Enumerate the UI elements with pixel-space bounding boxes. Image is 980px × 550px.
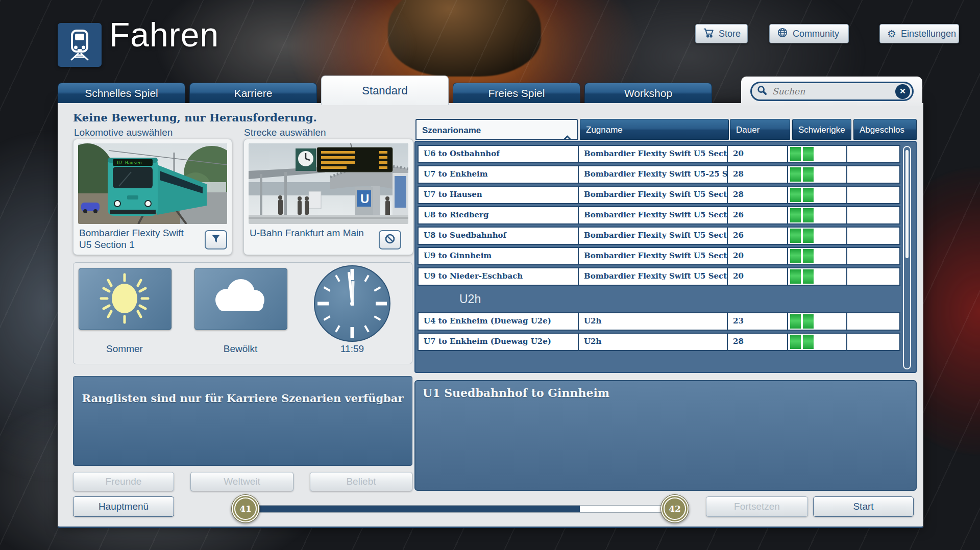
difficulty-segment [790, 229, 801, 243]
difficulty-cell [788, 146, 847, 162]
settings-button[interactable]: ⚙ Einstellungen [879, 24, 959, 43]
column-header-dauer[interactable]: Dauer [730, 119, 790, 140]
time-of-day-clock[interactable] [313, 265, 391, 342]
scenario-row-u9-to-nieder-eschbach[interactable]: U9 to Nieder-EschbachBombardier Flexity … [418, 267, 900, 286]
completed-cell [847, 166, 899, 183]
difficulty-cell [788, 248, 847, 264]
train-name-cell: Bombardier Flexity Swift U5 Section 1 [579, 248, 728, 264]
resume-button[interactable]: Fortsetzen [706, 496, 808, 517]
train-name-cell: Bombardier Flexity Swift U5 Section 1 [579, 187, 728, 203]
train-name-cell: U2h [579, 313, 728, 330]
scenario-name-cell: U7 to Enkheim [419, 166, 579, 183]
scenario-name-cell: U9 to Nieder-Eschbach [419, 268, 579, 285]
store-button[interactable]: Store [695, 24, 748, 43]
difficulty-segment [803, 208, 814, 222]
slider-end-badge: 42 [660, 494, 689, 523]
season-tile[interactable] [79, 268, 172, 330]
completed-cell [847, 268, 899, 285]
locomotive-filter-button[interactable] [205, 230, 227, 249]
column-header-szenarioname[interactable]: Szenarioname [415, 119, 578, 140]
route-clear-button[interactable] [379, 230, 401, 249]
difficulty-segment [803, 229, 814, 243]
store-button-label: Store [719, 29, 741, 39]
difficulty-cell [788, 334, 847, 350]
table-scrollbar-track[interactable] [903, 146, 911, 369]
scenario-name-cell: U8 to Riedberg [419, 207, 579, 223]
locomotive-preview-image: U7 Hausen [78, 143, 227, 224]
leaderboard-button-freunde[interactable]: Freunde [73, 472, 174, 491]
column-header-schwierigke[interactable]: Schwierigke [792, 119, 851, 140]
completed-cell [847, 334, 899, 350]
difficulty-cell [788, 166, 847, 183]
difficulty-segment [803, 335, 814, 349]
duration-cell: 28 [728, 334, 788, 350]
sun-icon [79, 268, 170, 329]
scenario-row-u9-to-ginnheim[interactable]: U9 to GinnheimBombardier Flexity Swift U… [418, 247, 900, 265]
tab-workshop[interactable]: Workshop [584, 83, 712, 103]
leaderboard-panel: Ranglisten sind nur für Karriere Szenari… [73, 376, 412, 466]
table-scrollbar-thumb[interactable] [905, 150, 909, 258]
slider-start-badge: 41 [231, 494, 260, 523]
tab-standard[interactable]: Standard [321, 76, 449, 105]
difficulty-segment [803, 188, 814, 202]
conditions-panel: Sommer Bewölkt 11:59 [73, 262, 412, 364]
scenario-name-cell: U7 to Hausen [419, 187, 579, 203]
scenario-row-u7-to-hausen[interactable]: U7 to HausenBombardier Flexity Swift U5 … [418, 186, 900, 204]
scenario-row-u6-to-ostbahnhof[interactable]: U6 to OstbahnhofBombardier Flexity Swift… [418, 145, 900, 163]
leaderboard-button-beliebt[interactable]: Beliebt [310, 472, 412, 491]
difficulty-cell [788, 313, 847, 330]
slider-start-value: 41 [234, 497, 257, 520]
weather-tile[interactable] [194, 268, 287, 330]
scenario-name-cell: U9 to Ginnheim [419, 248, 579, 264]
community-button-label: Community [793, 29, 839, 39]
column-header-zugname[interactable]: Zugname [580, 119, 729, 140]
main-menu-button[interactable]: Hauptmenü [73, 496, 174, 517]
group-header-u2h[interactable]: U2h [418, 288, 900, 310]
list-scroll-slider[interactable] [246, 505, 675, 513]
screen: Fahren Store Community ⚙ Einstellungen [0, 0, 980, 550]
selected-scenario-panel: U1 Suedbahnhof to Ginnheim [414, 380, 917, 491]
search-clear-button[interactable]: ✕ [895, 84, 910, 99]
community-button[interactable]: Community [769, 24, 849, 43]
scenario-row-u7-to-enkheim[interactable]: U7 to EnkheimBombardier Flexity Swift U5… [418, 165, 900, 184]
scenario-row-u4-to-enkheim-duewag-u2e[interactable]: U4 to Enkheim (Duewag U2e)U2h23 [418, 312, 900, 331]
scenario-row-u7-to-enkheim-duewag-u2e[interactable]: U7 to Enkheim (Duewag U2e)U2h28 [418, 333, 900, 351]
scenario-name-cell: U7 to Enkheim (Duewag U2e) [419, 334, 579, 350]
train-name-cell: Bombardier Flexity Swift U5 Section 1 [579, 228, 728, 244]
close-icon: ✕ [899, 87, 906, 96]
completed-cell [847, 248, 899, 264]
duration-cell: 20 [728, 248, 788, 264]
leaderboard-message: Ranglisten sind nur für Karriere Szenari… [74, 392, 412, 405]
difficulty-segment [790, 147, 801, 161]
difficulty-segment [790, 188, 801, 202]
route-card[interactable]: U U-Bahn Frankfurt am Main [243, 139, 413, 255]
duration-cell: 20 [728, 268, 788, 285]
tab-karriere[interactable]: Karriere [189, 83, 317, 103]
completed-cell [847, 313, 899, 330]
difficulty-segment [803, 167, 814, 182]
locomotive-card[interactable]: U7 Hausen Bombardier Flexity Swift U5 Se… [73, 139, 232, 255]
search-input[interactable] [771, 86, 895, 97]
route-caption: U-Bahn Frankfurt am Main [250, 227, 382, 239]
difficulty-segment [790, 208, 801, 222]
tab-freies-spiel[interactable]: Freies Spiel [453, 83, 580, 103]
search-icon [757, 85, 767, 97]
train-name-cell: U2h [579, 334, 728, 350]
subway-sign-letter: U [360, 192, 369, 206]
start-button[interactable]: Start [813, 496, 914, 517]
leaderboard-button-weltweit[interactable]: Weltweit [190, 472, 293, 491]
clock-icon [313, 265, 391, 342]
scenario-row-u8-to-suedbahnhof[interactable]: U8 to SuedbahnhofBombardier Flexity Swif… [418, 227, 900, 245]
page-title: Fahren [109, 15, 219, 54]
difficulty-segment [803, 269, 814, 284]
sort-ascending-icon [563, 128, 572, 140]
scenario-row-u8-to-riedberg[interactable]: U8 to RiedbergBombardier Flexity Swift U… [418, 206, 900, 224]
scenario-name-cell: U8 to Suedbahnhof [419, 228, 579, 244]
scenario-table-header: SzenarionameZugnameDauerSchwierigkeAbges… [414, 119, 917, 140]
difficulty-segment [803, 314, 814, 329]
column-header-abgeschlos[interactable]: Abgeschlos [853, 119, 917, 140]
selected-scenario-title: U1 Suedbahnhof to Ginnheim [423, 386, 916, 399]
tab-schnelles-spiel[interactable]: Schnelles Spiel [58, 83, 185, 103]
search-box[interactable]: ✕ [750, 82, 914, 101]
difficulty-segment [803, 147, 814, 161]
